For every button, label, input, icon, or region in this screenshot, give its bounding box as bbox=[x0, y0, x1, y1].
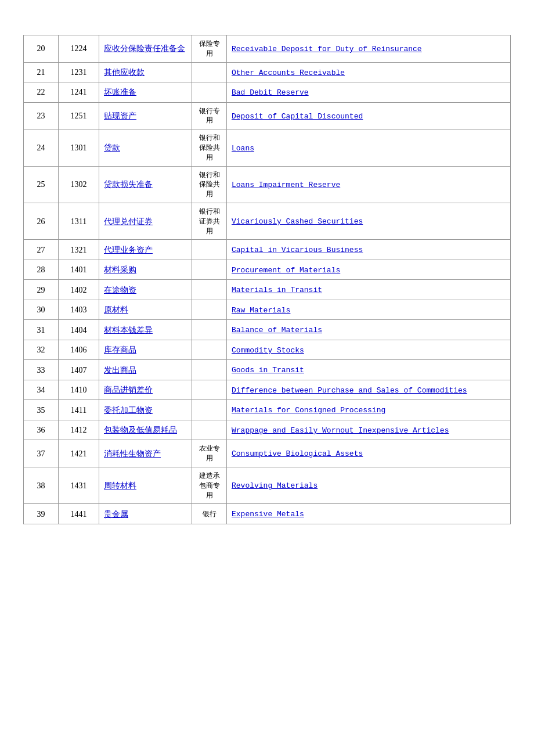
account-name-cn[interactable]: 委托加工物资 bbox=[99, 400, 192, 420]
table-row: 281401材料采购Procurement of Materials bbox=[24, 260, 511, 280]
table-row: 351411委托加工物资Materials for Consigned Proc… bbox=[24, 400, 511, 420]
account-note bbox=[192, 300, 227, 320]
account-name-en[interactable]: Capital in Vicarious Business bbox=[227, 240, 511, 260]
table-row: 321406库存商品Commodity Stocks bbox=[24, 340, 511, 360]
account-name-cn[interactable]: 库存商品 bbox=[99, 340, 192, 360]
account-code: 1403 bbox=[59, 300, 99, 320]
account-note bbox=[192, 240, 227, 260]
table-row: 201224应收分保险责任准备金保险专用Receivable Deposit f… bbox=[24, 35, 511, 63]
table-row: 261311代理兑付证券银行和证券共用Vicariously Cashed Se… bbox=[24, 203, 511, 239]
row-number: 20 bbox=[24, 35, 59, 63]
accounts-table: 201224应收分保险责任准备金保险专用Receivable Deposit f… bbox=[23, 35, 511, 524]
account-note: 银行专用 bbox=[192, 102, 227, 129]
account-code: 1411 bbox=[59, 400, 99, 420]
table-row: 241301贷款银行和保险共用Loans bbox=[24, 129, 511, 166]
table-row: 371421消耗性生物资产农业专用Consumptive Biological … bbox=[24, 440, 511, 467]
account-note bbox=[192, 420, 227, 440]
account-name-cn[interactable]: 周转材料 bbox=[99, 467, 192, 503]
account-code: 1410 bbox=[59, 380, 99, 400]
account-name-cn[interactable]: 其他应收款 bbox=[99, 62, 192, 82]
account-code: 1407 bbox=[59, 360, 99, 380]
account-name-cn[interactable]: 应收分保险责任准备金 bbox=[99, 35, 192, 63]
account-name-en[interactable]: Loans Impairment Reserve bbox=[227, 166, 511, 203]
account-name-cn[interactable]: 在途物资 bbox=[99, 280, 192, 300]
account-name-en[interactable]: Commodity Stocks bbox=[227, 340, 511, 360]
account-name-en[interactable]: Difference between Purchase and Sales of… bbox=[227, 380, 511, 400]
account-name-en[interactable]: Loans bbox=[227, 129, 511, 166]
account-code: 1311 bbox=[59, 203, 99, 239]
account-name-en[interactable]: Deposit of Capital Discounted bbox=[227, 102, 511, 129]
account-name-cn[interactable]: 贵金属 bbox=[99, 504, 192, 524]
account-note bbox=[192, 280, 227, 300]
account-name-en[interactable]: Consumptive Biological Assets bbox=[227, 440, 511, 467]
account-name-cn[interactable]: 贷款 bbox=[99, 129, 192, 166]
row-number: 30 bbox=[24, 300, 59, 320]
account-note bbox=[192, 260, 227, 280]
row-number: 24 bbox=[24, 129, 59, 166]
table-row: 271321代理业务资产Capital in Vicarious Busines… bbox=[24, 240, 511, 260]
account-name-cn[interactable]: 材料采购 bbox=[99, 260, 192, 280]
account-note bbox=[192, 380, 227, 400]
table-row: 361412包装物及低值易耗品Wrappage and Easily Worno… bbox=[24, 420, 511, 440]
row-number: 33 bbox=[24, 360, 59, 380]
account-code: 1302 bbox=[59, 166, 99, 203]
account-name-cn[interactable]: 商品进销差价 bbox=[99, 380, 192, 400]
account-name-en[interactable]: Revolving Materials bbox=[227, 467, 511, 503]
account-note: 保险专用 bbox=[192, 35, 227, 63]
account-name-en[interactable]: Other Accounts Receivable bbox=[227, 62, 511, 82]
account-name-en[interactable]: Materials for Consigned Processing bbox=[227, 400, 511, 420]
account-name-en[interactable]: Procurement of Materials bbox=[227, 260, 511, 280]
row-number: 38 bbox=[24, 467, 59, 503]
account-code: 1251 bbox=[59, 102, 99, 129]
account-code: 1401 bbox=[59, 260, 99, 280]
account-name-cn[interactable]: 代理业务资产 bbox=[99, 240, 192, 260]
account-name-en[interactable]: Balance of Materials bbox=[227, 320, 511, 340]
account-name-en[interactable]: Wrappage and Easily Wornout Inexpensive … bbox=[227, 420, 511, 440]
account-note bbox=[192, 62, 227, 82]
account-note: 银行和保险共用 bbox=[192, 166, 227, 203]
account-note: 银行和证券共用 bbox=[192, 203, 227, 239]
account-name-en[interactable]: Goods in Transit bbox=[227, 360, 511, 380]
account-code: 1441 bbox=[59, 504, 99, 524]
account-code: 1431 bbox=[59, 467, 99, 503]
row-number: 35 bbox=[24, 400, 59, 420]
account-note: 银行和保险共用 bbox=[192, 129, 227, 166]
account-name-cn[interactable]: 原材料 bbox=[99, 300, 192, 320]
account-note bbox=[192, 82, 227, 103]
account-note bbox=[192, 360, 227, 380]
account-code: 1321 bbox=[59, 240, 99, 260]
row-number: 26 bbox=[24, 203, 59, 239]
account-note: 建造承包商专用 bbox=[192, 467, 227, 503]
account-name-cn[interactable]: 消耗性生物资产 bbox=[99, 440, 192, 467]
account-note: 银行 bbox=[192, 504, 227, 524]
account-name-en[interactable]: Expensive Metals bbox=[227, 504, 511, 524]
account-name-cn[interactable]: 贴现资产 bbox=[99, 102, 192, 129]
account-note bbox=[192, 340, 227, 360]
account-code: 1241 bbox=[59, 82, 99, 103]
table-row: 381431周转材料建造承包商专用Revolving Materials bbox=[24, 467, 511, 503]
row-number: 28 bbox=[24, 260, 59, 280]
account-name-cn[interactable]: 包装物及低值易耗品 bbox=[99, 420, 192, 440]
row-number: 23 bbox=[24, 102, 59, 129]
table-row: 231251贴现资产银行专用Deposit of Capital Discoun… bbox=[24, 102, 511, 129]
row-number: 27 bbox=[24, 240, 59, 260]
account-name-cn[interactable]: 坏账准备 bbox=[99, 82, 192, 103]
row-number: 32 bbox=[24, 340, 59, 360]
account-name-en[interactable]: Bad Debit Reserve bbox=[227, 82, 511, 103]
account-name-cn[interactable]: 材料本钱差异 bbox=[99, 320, 192, 340]
account-code: 1421 bbox=[59, 440, 99, 467]
account-name-en[interactable]: Raw Materials bbox=[227, 300, 511, 320]
account-name-en[interactable]: Receivable Deposit for Duty of Reinsuran… bbox=[227, 35, 511, 63]
account-name-cn[interactable]: 发出商品 bbox=[99, 360, 192, 380]
row-number: 37 bbox=[24, 440, 59, 467]
account-name-en[interactable]: Materials in Transit bbox=[227, 280, 511, 300]
account-code: 1301 bbox=[59, 129, 99, 166]
account-note bbox=[192, 320, 227, 340]
row-number: 21 bbox=[24, 62, 59, 82]
account-name-en[interactable]: Vicariously Cashed Securities bbox=[227, 203, 511, 239]
account-name-cn[interactable]: 代理兑付证券 bbox=[99, 203, 192, 239]
table-row: 251302贷款损失准备银行和保险共用Loans Impairment Rese… bbox=[24, 166, 511, 203]
account-name-cn[interactable]: 贷款损失准备 bbox=[99, 166, 192, 203]
row-number: 34 bbox=[24, 380, 59, 400]
table-row: 311404材料本钱差异Balance of Materials bbox=[24, 320, 511, 340]
